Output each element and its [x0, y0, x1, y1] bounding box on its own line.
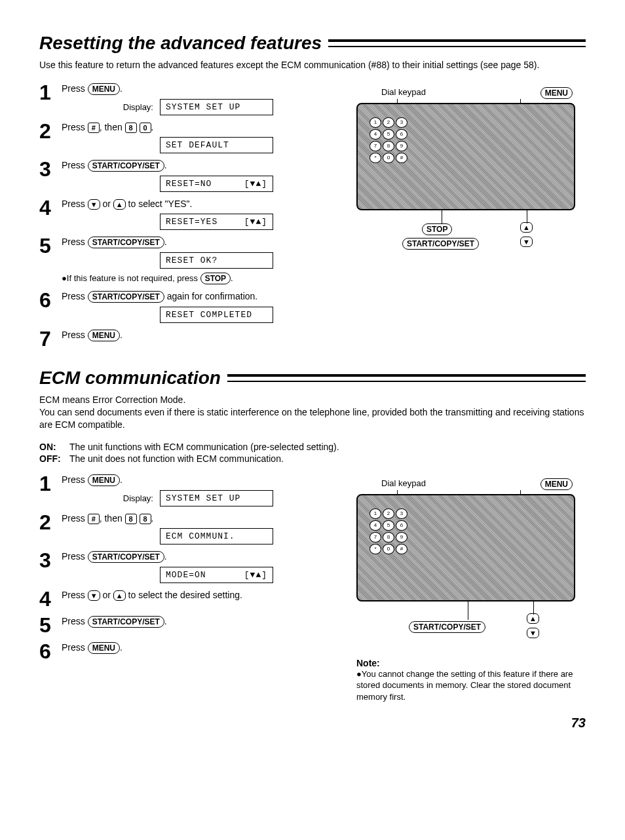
- lcd-display: RESET COMPLETED: [160, 307, 273, 323]
- menu-button: MENU: [88, 642, 120, 654]
- device-keypad: 123 456 789 *0#: [369, 508, 407, 554]
- start-copy-set-button: START/COPY/SET: [88, 237, 164, 248]
- section1-heading: Resetting the advanced features: [39, 33, 586, 54]
- lcd-display: RESET=YES[▼▲]: [160, 214, 273, 230]
- step-text: .: [164, 616, 167, 626]
- down-arrow-callout: ▼: [520, 237, 533, 247]
- step-text: Press: [62, 330, 88, 340]
- arrow-indicator: [▼▲]: [244, 179, 267, 189]
- arrow-indicator: [▼▲]: [244, 217, 267, 227]
- step-text: again for confirmation.: [164, 291, 257, 301]
- display-label: Display:: [62, 102, 153, 112]
- s2-step-2: 2 Press #, then 8 8. ECM COMMUNI.: [39, 512, 337, 544]
- section2-steps: 1 Press MENU. Display: SYSTEM SET UP 2 P…: [39, 473, 337, 703]
- key-8: 8: [125, 514, 137, 524]
- step-text: Press: [62, 474, 88, 485]
- stop-callout: STOP: [422, 223, 452, 235]
- arrow-indicator: [▼▲]: [244, 570, 267, 580]
- note-text: .: [231, 273, 233, 283]
- hash-key: #: [88, 514, 100, 524]
- down-arrow-button: ▼: [88, 590, 100, 601]
- section1-title: Resetting the advanced features: [39, 33, 322, 54]
- step-number: 1: [39, 473, 55, 494]
- step-text: .: [164, 551, 167, 562]
- step-text: Press: [62, 616, 88, 626]
- step-text: Press: [62, 83, 88, 94]
- section2-title: ECM communication: [39, 368, 221, 389]
- step-text: .: [164, 160, 167, 170]
- start-copy-set-button: START/COPY/SET: [88, 551, 164, 563]
- step-number: 4: [39, 197, 55, 218]
- device-keypad: 123 456 789 *0#: [369, 117, 407, 163]
- start-copy-set-button: START/COPY/SET: [88, 160, 164, 172]
- step-text: .: [164, 237, 167, 247]
- step-number: 3: [39, 550, 55, 571]
- section2-intro: ECM means Error Correction Mode. You can…: [39, 394, 586, 431]
- step-number: 6: [39, 641, 55, 662]
- step-3: 3 Press START/COPY/SET. RESET=NO[▼▲]: [39, 159, 337, 192]
- step-number: 2: [39, 512, 55, 533]
- step-text: Press: [62, 551, 88, 562]
- device-diagram-2: Dial keypad MENU 123 456 789 *0# ▲ START: [356, 478, 586, 647]
- step-text: , then: [100, 513, 125, 524]
- s2-step-5: 5 Press START/COPY/SET.: [39, 615, 337, 636]
- menu-callout: MENU: [540, 87, 573, 99]
- device-diagram-1: Dial keypad MENU 123 456 789 *0# STOP ▲: [356, 87, 586, 256]
- step-text: Press: [62, 160, 88, 170]
- down-arrow-button: ▼: [88, 199, 100, 210]
- step-text: .: [151, 513, 154, 524]
- menu-button: MENU: [88, 474, 120, 486]
- on-label: ON:: [39, 442, 64, 452]
- dial-keypad-label: Dial keypad: [381, 87, 426, 99]
- note-text: ●If this feature is not required, press: [62, 273, 200, 283]
- step-number: 1: [39, 82, 55, 103]
- step-number: 4: [39, 588, 55, 609]
- menu-callout: MENU: [540, 478, 573, 490]
- start-copy-set-button: START/COPY/SET: [88, 291, 164, 303]
- lcd-display: ECM COMMUNI.: [160, 528, 273, 544]
- key-8: 8: [125, 123, 137, 133]
- lcd-display: MODE=ON[▼▲]: [160, 567, 273, 583]
- lcd-display: RESET=NO[▼▲]: [160, 176, 273, 192]
- step-text: .: [120, 474, 123, 485]
- heading-rule: [328, 39, 586, 47]
- step-number: 5: [39, 235, 55, 256]
- off-text: The unit does not function with ECM comm…: [69, 453, 284, 464]
- s2-step-6: 6 Press MENU.: [39, 641, 337, 662]
- on-text: The unit functions with ECM communicatio…: [69, 442, 339, 452]
- lcd-display: SET DEFAULT: [160, 137, 273, 153]
- off-label: OFF:: [39, 453, 64, 464]
- step-number: 2: [39, 121, 55, 142]
- lcd-display: RESET OK?: [160, 252, 273, 269]
- s2-step-1: 1 Press MENU. Display: SYSTEM SET UP: [39, 473, 337, 506]
- step-1: 1 Press MENU. Display: SYSTEM SET UP: [39, 82, 337, 115]
- start-copy-set-callout: START/COPY/SET: [402, 238, 479, 250]
- step-5: 5 Press START/COPY/SET. RESET OK? ●If th…: [39, 235, 337, 284]
- s2-step-3: 3 Press START/COPY/SET. MODE=ON[▼▲]: [39, 550, 337, 583]
- dial-keypad-label: Dial keypad: [381, 478, 426, 490]
- stop-button: STOP: [200, 273, 231, 284]
- step-text: Press: [62, 642, 88, 653]
- step-text: Press: [62, 590, 88, 600]
- step-text: .: [120, 642, 123, 653]
- up-arrow-button: ▲: [113, 590, 126, 601]
- section1-steps: 1 Press MENU. Display: SYSTEM SET UP 2 P…: [39, 82, 337, 354]
- step-text: Press: [62, 122, 88, 132]
- step-4: 4 Press ▼ or ▲ to select "YES". RESET=YE…: [39, 197, 337, 230]
- page-number: 73: [39, 716, 586, 731]
- step-text: .: [120, 330, 123, 340]
- step-text: .: [120, 83, 123, 94]
- section1-intro: Use this feature to return the advanced …: [39, 59, 586, 71]
- note-body: ●You cannot change the setting of this f…: [356, 668, 586, 703]
- key-0: 0: [140, 123, 151, 133]
- step-text: , then: [100, 122, 125, 132]
- step-text: .: [151, 122, 154, 132]
- step-number: 7: [39, 328, 55, 349]
- up-arrow-callout: ▲: [520, 222, 533, 233]
- section2-heading: ECM communication: [39, 368, 586, 389]
- step-text: to select the desired setting.: [126, 590, 242, 600]
- key-8b: 8: [140, 514, 151, 524]
- hash-key: #: [88, 123, 100, 133]
- step-number: 6: [39, 290, 55, 311]
- step-text: Press: [62, 237, 88, 247]
